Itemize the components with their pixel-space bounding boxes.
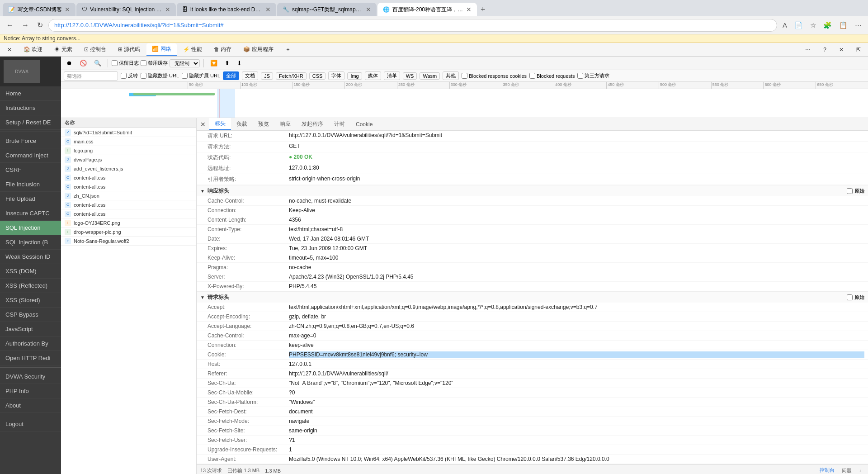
sidebar-item-csrf[interactable]: CSRF bbox=[0, 163, 61, 177]
sidebar-item-dvwa-security[interactable]: DVWA Security bbox=[0, 370, 61, 384]
third-party-input[interactable] bbox=[577, 73, 583, 79]
tab-3-close[interactable]: ✕ bbox=[265, 6, 271, 13]
bottom-issues-tab[interactable]: 问题 bbox=[839, 466, 854, 474]
browser-tab-2[interactable]: 🛡 Vulnerability: SQL Injection :: Da... … bbox=[76, 3, 176, 16]
sidebar-item-sql-injection[interactable]: SQL Injection bbox=[0, 221, 61, 235]
sidebar-item-open-http-redirect[interactable]: Open HTTP Redi bbox=[0, 351, 61, 365]
back-button[interactable]: ← bbox=[4, 19, 16, 31]
reload-button[interactable]: ↻ bbox=[34, 19, 46, 31]
invert-checkbox[interactable]: 反转 bbox=[121, 72, 138, 79]
hide-ext-url-input[interactable] bbox=[182, 73, 188, 79]
browser-menu[interactable]: ⋯ bbox=[852, 19, 864, 31]
read-mode-icon[interactable]: 📄 bbox=[792, 19, 806, 31]
sidebar-item-authorisation[interactable]: Authorisation By bbox=[0, 337, 61, 351]
request-item-content-css-3[interactable]: C content-all.css bbox=[61, 200, 196, 209]
sidebar-item-file-upload[interactable]: File Upload bbox=[0, 192, 61, 206]
filter-btn-ws[interactable]: WS bbox=[403, 72, 417, 80]
request-item-content-css-2[interactable]: C content-all.css bbox=[61, 182, 196, 191]
sidebar-item-javascript[interactable]: JavaScript bbox=[0, 322, 61, 337]
tab-2-close[interactable]: ✕ bbox=[165, 6, 170, 13]
filter-btn-img[interactable]: Img bbox=[347, 72, 362, 80]
tab-welcome[interactable]: 🏠 欢迎 bbox=[18, 44, 48, 55]
request-headers-header[interactable]: ▼ 请求标头 原始 bbox=[197, 292, 868, 303]
request-item-logo[interactable]: I logo.png bbox=[61, 146, 196, 155]
response-headers-header[interactable]: ▼ 响应标头 原始 bbox=[197, 185, 868, 196]
translate-icon[interactable]: A bbox=[780, 19, 790, 31]
download-button[interactable]: ⬇ bbox=[234, 58, 245, 68]
sidebar-item-setup[interactable]: Setup / Reset DE bbox=[0, 115, 61, 130]
sidebar-item-brute-force[interactable]: Brute Force bbox=[0, 134, 61, 148]
request-item-main-css[interactable]: C main.css bbox=[61, 137, 196, 146]
details-tab-timing[interactable]: 计时 bbox=[329, 118, 350, 130]
details-tab-preview[interactable]: 预览 bbox=[253, 118, 274, 130]
filter-input[interactable] bbox=[64, 71, 118, 81]
request-original-checkbox[interactable] bbox=[847, 294, 853, 300]
tab-performance[interactable]: ⚡ 性能 bbox=[178, 44, 208, 55]
blocked-requests-checkbox[interactable]: Blocked requests bbox=[529, 73, 575, 79]
import-button[interactable]: 🔽 bbox=[208, 58, 220, 68]
filter-btn-js[interactable]: JS bbox=[261, 72, 273, 80]
forward-button[interactable]: → bbox=[19, 19, 32, 31]
sidebar-item-csp-bypass[interactable]: CSP Bypass bbox=[0, 308, 61, 322]
devtools-close-btn[interactable]: ✕ bbox=[834, 45, 849, 55]
invert-input[interactable] bbox=[121, 73, 127, 79]
tab-1-close[interactable]: ✕ bbox=[65, 6, 70, 13]
request-item-drop-wrapper[interactable]: I drop-wrapper-pic.png bbox=[61, 228, 196, 237]
devtools-close[interactable]: ✕ bbox=[2, 45, 17, 55]
tab-4-close[interactable]: ✕ bbox=[366, 6, 371, 13]
tab-sources[interactable]: ⊞ 源代码 bbox=[113, 44, 146, 55]
disable-cache-input[interactable] bbox=[141, 60, 146, 66]
sidebar-item-xss-dom[interactable]: XSS (DOM) bbox=[0, 264, 61, 279]
blocked-cookies-checkbox[interactable]: Blocked response cookies bbox=[462, 73, 527, 79]
collections-icon[interactable]: 📋 bbox=[836, 19, 850, 31]
hide-data-url-input[interactable] bbox=[141, 73, 146, 79]
request-item-dvwapage[interactable]: J dvwaPage.js bbox=[61, 155, 196, 164]
request-item-logo-oyj[interactable]: I logo-OYJ34ERC.png bbox=[61, 218, 196, 228]
disable-cache-checkbox[interactable]: 禁用缓存 bbox=[141, 60, 168, 66]
filter-btn-manifest[interactable]: 清单 bbox=[384, 71, 400, 80]
sidebar-item-weak-session-id[interactable]: Weak Session ID bbox=[0, 250, 61, 264]
sidebar-item-command-inject[interactable]: Command Inject bbox=[0, 148, 61, 163]
sidebar-item-instructions[interactable]: Instructions bbox=[0, 101, 61, 115]
filter-btn-other[interactable]: 其他 bbox=[443, 71, 459, 80]
sidebar-item-home[interactable]: Home bbox=[0, 86, 61, 101]
tab-application[interactable]: 📦 应用程序 bbox=[238, 44, 278, 55]
search-button[interactable]: 🔍 bbox=[91, 58, 104, 68]
details-close-btn[interactable]: ✕ bbox=[200, 121, 206, 128]
request-item-content-css-4[interactable]: C content-all.css bbox=[61, 209, 196, 218]
devtools-undock[interactable]: ⇱ bbox=[851, 45, 866, 55]
browser-tab-1[interactable]: 📝 写文章-CSDN博客 ✕ bbox=[3, 3, 75, 16]
tab-console[interactable]: ⊡ 控制台 bbox=[79, 44, 112, 55]
request-headers-original[interactable]: 原始 bbox=[847, 294, 864, 301]
hide-data-url-checkbox[interactable]: 隐藏数据 URL bbox=[141, 72, 179, 79]
third-party-checkbox[interactable]: 第三方请求 bbox=[577, 72, 609, 79]
cancel-button[interactable]: 🚫 bbox=[77, 58, 90, 68]
record-button[interactable]: ⏺ bbox=[64, 58, 75, 68]
filter-btn-all[interactable]: 全部 bbox=[223, 71, 239, 80]
browser-tab-4[interactable]: 🔧 sqlmap--GET类型_sqlmap怎么影... ✕ bbox=[277, 3, 377, 16]
browser-tab-3[interactable]: 🗄 it looks like the back-end DBMS... ✕ bbox=[177, 3, 276, 16]
details-tab-cookies[interactable]: Cookie bbox=[350, 119, 378, 129]
blocked-requests-input[interactable] bbox=[529, 73, 535, 79]
browser-tab-5[interactable]: 🌐 百度翻译-200种语言互译，沟通... ✕ bbox=[377, 3, 477, 16]
sidebar-item-php-info[interactable]: PHP Info bbox=[0, 384, 61, 398]
hide-ext-url-checkbox[interactable]: 隐藏扩展 URL bbox=[182, 72, 220, 79]
filter-btn-fetch[interactable]: Fetch/XHR bbox=[276, 72, 307, 80]
request-item-add-event[interactable]: J add_event_listeners.js bbox=[61, 164, 196, 173]
devtools-help[interactable]: ? bbox=[818, 45, 832, 55]
tab-network[interactable]: 📶 网络 bbox=[146, 43, 176, 56]
sidebar-item-xss-stored[interactable]: XSS (Stored) bbox=[0, 293, 61, 308]
bottom-add-tab[interactable]: + bbox=[856, 467, 864, 474]
tab-elements[interactable]: ◈ 元素 bbox=[49, 44, 77, 55]
export-button[interactable]: ⬆ bbox=[222, 58, 232, 68]
favorites-icon[interactable]: ☆ bbox=[807, 19, 819, 31]
details-tab-payload[interactable]: 负载 bbox=[231, 118, 253, 130]
throttle-select[interactable]: 无限制 bbox=[170, 59, 200, 67]
filter-btn-css[interactable]: CSS bbox=[309, 72, 326, 80]
devtools-overflow[interactable]: ⋯ bbox=[800, 45, 816, 55]
filter-btn-wasm[interactable]: Wasm bbox=[420, 72, 440, 80]
tab-5-close[interactable]: ✕ bbox=[466, 6, 472, 13]
sidebar-item-insecure-captcha[interactable]: Insecure CAPTC bbox=[0, 206, 61, 221]
sidebar-item-logout[interactable]: Logout bbox=[0, 417, 61, 431]
sidebar-item-sql-injection-blind[interactable]: SQL Injection (B bbox=[0, 235, 61, 250]
